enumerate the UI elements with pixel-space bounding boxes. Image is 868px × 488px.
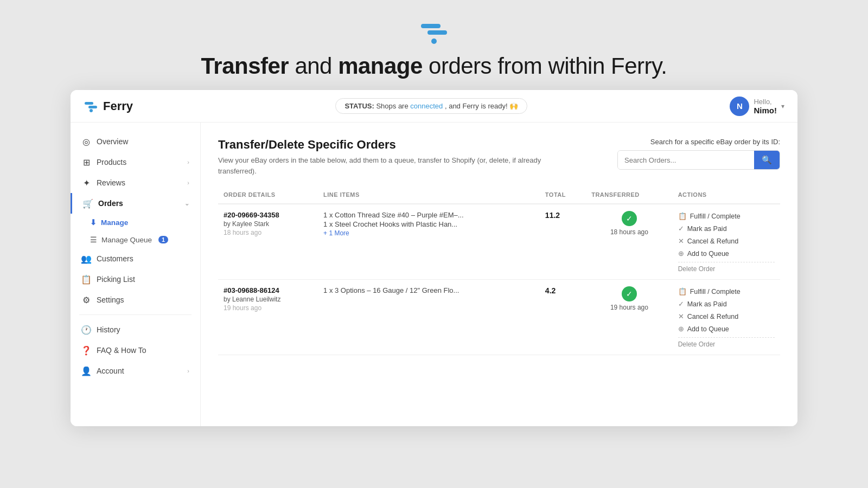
order-by: by Kaylee Stark [224,220,312,228]
action-label: Fulfill / Complete [690,288,741,296]
sidebar-item-picking-list[interactable]: 📋 Picking List [71,269,200,290]
sidebar-item-orders[interactable]: 🛒 Orders ⌄ [71,193,200,214]
page-subtitle: View your eBay orders in the table below… [218,155,544,176]
col-line-items: LINE ITEMS [318,187,540,204]
account-icon: 👤 [81,366,91,376]
action-add-to-queue-button[interactable]: ⊕ Add to Queue [678,248,775,259]
topbar-user[interactable]: N Hello, Nimo! ▾ [730,97,784,116]
line-item: 1 x Cotton Thread Size #40 – Purple #EM–… [323,211,534,219]
order-id: #20-09669-34358 [224,211,312,219]
user-info: Hello, Nimo! [754,98,777,115]
delete-order-button[interactable]: Delete Order [678,262,775,273]
sidebar-subitem-label: Manage Queue [101,236,152,244]
table-header-row: ORDER DETAILS LINE ITEMS TOTAL TRANSFERR… [218,187,780,204]
search-icon: 🔍 [762,155,772,165]
sidebar-item-label: Account [97,367,124,375]
line-items-cell: 1 x 3 Options – 16 Gauge / 12" Green Flo… [318,280,540,355]
order-by: by Leanne Lueilwitz [224,296,312,303]
sidebar-item-account[interactable]: 👤 Account › [71,361,200,381]
svg-rect-1 [427,30,447,35]
sidebar-item-label: History [97,325,120,334]
sidebar-item-history[interactable]: 🕐 History [71,319,200,340]
transferred-check-icon: ✓ [622,211,637,226]
action-cancel--refund-button[interactable]: ✕ Cancel & Refund [678,311,775,322]
action-add-to-queue-button[interactable]: ⊕ Add to Queue [678,324,775,334]
topbar-logo-text: Ferry [103,99,133,113]
table-row: #03-09688-86124 by Leanne Lueilwitz 19 h… [218,280,780,355]
table-row: #20-09669-34358 by Kaylee Stark 18 hours… [218,204,780,280]
action-label: Cancel & Refund [687,237,739,245]
action-label: Mark as Paid [687,300,727,308]
sidebar-item-label: Overview [97,137,128,146]
sidebar-item-reviews[interactable]: ✦ Reviews › [71,172,200,193]
order-details-cell: #03-09688-86124 by Leanne Lueilwitz 19 h… [218,280,318,355]
search-button[interactable]: 🔍 [754,151,780,169]
sidebar-item-settings[interactable]: ⚙ Settings [71,290,200,310]
search-box: 🔍 [617,150,780,170]
svg-rect-4 [88,106,97,108]
user-greeting: Hello, [754,98,777,106]
ferry-logo-icon [84,99,99,114]
manage-queue-badge: 1 [158,236,168,243]
total-value: 11.2 [545,211,560,220]
sidebar-item-label: Reviews [97,178,125,187]
action-mark-as-paid-button[interactable]: ✓ Mark as Paid [678,299,775,309]
user-chevron-down-icon: ▾ [781,102,784,110]
status-connected: connected [410,102,443,110]
total-value: 4.2 [545,286,556,295]
page-title: Transfer/Delete Specific Orders [218,138,544,152]
action-fulfill--complete-button[interactable]: 📋 Fulfill / Complete [678,286,775,297]
action-label: Cancel & Refund [687,313,739,320]
hero-title: Transfer and manage orders from within F… [201,53,667,79]
history-icon: 🕐 [81,325,91,335]
sidebar-subitem-manage[interactable]: ⬇ Manage [71,214,200,231]
transferred-time: 19 hours ago [610,304,648,311]
action-icon: ✕ [678,237,684,245]
action-fulfill--complete-button[interactable]: 📋 Fulfill / Complete [678,211,775,221]
action-label: Add to Queue [687,325,729,333]
action-icon: ✓ [678,224,684,233]
status-message: Shops are [376,102,410,110]
order-id: #03-09688-86124 [224,286,312,294]
sidebar-item-label: FAQ & How To [97,346,146,355]
total-cell: 11.2 [540,204,586,280]
manage-queue-icon: ☰ [90,235,97,244]
sidebar-item-customers[interactable]: 👥 Customers [71,248,200,269]
sidebar-item-label: Picking List [97,275,135,284]
sidebar-item-label: Customers [97,254,133,263]
sidebar-item-label: Settings [97,296,124,304]
search-input[interactable] [618,151,754,169]
action-icon: ⊕ [678,249,684,258]
delete-order-button[interactable]: Delete Order [678,337,775,348]
line-items-cell: 1 x Cotton Thread Size #40 – Purple #EM–… [318,204,540,280]
order-details-cell: #20-09669-34358 by Kaylee Stark 18 hours… [218,204,318,280]
reviews-icon: ✦ [81,178,91,188]
sidebar-item-faq[interactable]: ❓ FAQ & How To [71,340,200,361]
more-items-link[interactable]: + 1 More [323,229,534,237]
order-time: 18 hours ago [224,229,312,236]
sidebar-item-label: Products [97,158,126,166]
svg-point-5 [90,109,93,112]
col-actions: ACTIONS [673,187,780,204]
app-window: Ferry STATUS: Shops are connected , and … [71,90,797,426]
actions-cell: 📋 Fulfill / Complete ✓ Mark as Paid ✕ Ca… [673,204,780,280]
line-item: 1 x 3 Options – 16 Gauge / 12" Green Flo… [323,286,534,294]
transferred-cell: ✓ 19 hours ago [586,280,672,355]
col-transferred: TRANSFERRED [586,187,672,204]
status-suffix: , and Ferry is ready! 🙌 [445,102,518,110]
action-cancel--refund-button[interactable]: ✕ Cancel & Refund [678,236,775,246]
sidebar-item-overview[interactable]: ◎ Overview [71,131,200,152]
sidebar-divider [79,314,192,315]
overview-icon: ◎ [81,137,91,146]
action-mark-as-paid-button[interactable]: ✓ Mark as Paid [678,223,775,234]
customers-icon: 👥 [81,254,91,264]
hero-section: Transfer and manage orders from within F… [0,0,868,90]
transferred-time: 18 hours ago [610,228,648,236]
svg-point-2 [431,38,437,44]
products-chevron-right-icon: › [187,159,189,165]
sidebar-subitem-manage-queue[interactable]: ☰ Manage Queue 1 [71,231,200,248]
sidebar-item-products[interactable]: ⊞ Products › [71,152,200,172]
line-item: 1 x Steel Crochet Hooks with Plastic Han… [323,220,534,228]
main-layout: ◎ Overview ⊞ Products › ✦ Reviews › 🛒 Or… [71,123,797,426]
reviews-chevron-right-icon: › [187,179,189,186]
